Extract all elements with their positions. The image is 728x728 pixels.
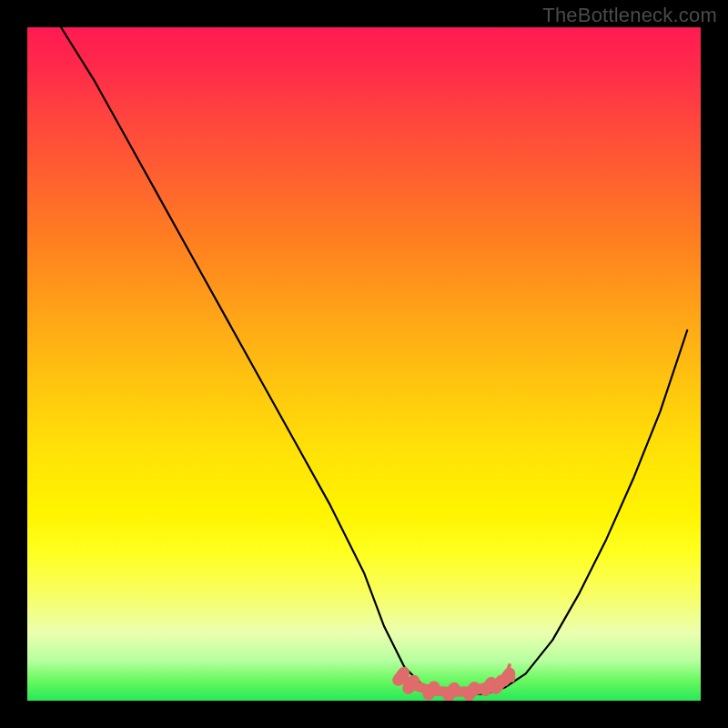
highlight-fleck	[513, 678, 514, 681]
highlight-fleck	[508, 665, 510, 670]
highlight-marks	[27, 27, 701, 701]
watermark-text: TheBottleneck.com	[542, 4, 717, 27]
chart-area	[27, 27, 701, 701]
highlight-connector	[499, 677, 507, 684]
